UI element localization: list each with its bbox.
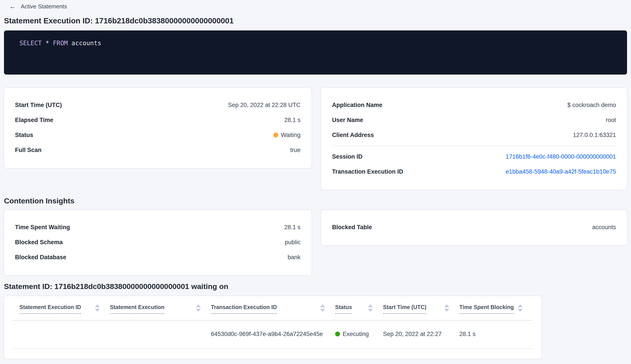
client-address-value: 127.0.0.1:63321 — [573, 131, 616, 139]
sort-icon — [368, 304, 373, 312]
full-scan-label: Full Scan — [15, 146, 42, 154]
kv-row-application-name: Application Name $ cockroach demo — [332, 98, 616, 112]
arrow-left-icon: ← — [9, 3, 16, 10]
sort-icon — [518, 304, 523, 312]
sql-star: * — [46, 40, 49, 47]
sort-icon — [196, 304, 201, 312]
kv-row-full-scan: Full Scan true — [15, 142, 300, 158]
sql-table-name: accounts — [72, 40, 101, 47]
blocked-table-label: Blocked Table — [332, 224, 372, 231]
table-header-row: Statement Execution ID Statement Executi… — [13, 304, 533, 320]
kv-row-session-id: Session ID 1716b1f6-4e0c-f480-0000-00000… — [332, 149, 616, 164]
contention-cards-row: Time Spent Waiting 28.1 s Blocked Schema… — [4, 210, 627, 275]
kv-row-user-name: User Name root — [332, 112, 616, 128]
status-value: Waiting — [273, 131, 300, 139]
time-spent-waiting-label: Time Spent Waiting — [15, 224, 70, 231]
kv-row-blocked-database: Blocked Database bank — [15, 250, 300, 265]
status-waiting-dot-icon — [273, 132, 278, 138]
column-header-label: Start Time (UTC) — [383, 304, 426, 314]
sql-keyword-select: SELECT — [20, 40, 42, 47]
cell-start-time: Sep 20, 2022 at 22:27 — [383, 331, 459, 338]
kv-row-blocked-schema: Blocked Schema public — [15, 235, 300, 250]
blocked-schema-value: public — [285, 238, 300, 246]
application-name-label: Application Name — [332, 101, 382, 109]
client-address-label: Client Address — [332, 131, 374, 139]
blocked-database-label: Blocked Database — [15, 254, 66, 261]
application-name-value: $ cockroach demo — [567, 101, 616, 109]
cell-time-spent-blocking: 28.1 s — [459, 331, 533, 338]
kv-row-client-address: Client Address 127.0.0.1:63321 — [332, 128, 616, 142]
sql-statement-line: SELECT * FROM accounts — [20, 39, 612, 47]
column-header-transaction-execution-id[interactable]: Transaction Execution ID — [211, 304, 335, 314]
page-title: Statement Execution ID: 1716b218dc0b3838… — [4, 16, 627, 26]
table-row: 64530d0c-969f-437e-a9b4-26a72245e45e Exe… — [13, 320, 533, 349]
start-time-value: Sep 20, 2022 at 22:28 UTC — [228, 101, 300, 109]
cell-status: Executing — [335, 331, 383, 338]
elapsed-time-label: Elapsed Time — [15, 116, 54, 124]
kv-row-elapsed-time: Elapsed Time 28.1 s — [15, 112, 300, 128]
column-header-label: Statement Execution ID — [20, 304, 81, 314]
column-header-start-time[interactable]: Start Time (UTC) — [383, 304, 459, 314]
blocked-schema-label: Blocked Schema — [15, 238, 63, 246]
column-header-label: Statement Execution — [110, 304, 164, 314]
column-header-status[interactable]: Status — [335, 304, 383, 314]
column-header-statement-execution[interactable]: Statement Execution — [110, 304, 211, 314]
column-header-label: Status — [335, 304, 352, 314]
column-header-label: Time Spent Blocking — [459, 304, 514, 314]
breadcrumb-active-statements[interactable]: ← Active Statements — [0, 0, 67, 10]
status-text: Waiting — [281, 132, 300, 138]
breadcrumb-label: Active Statements — [21, 3, 67, 10]
sql-keyword-from: FROM — [53, 40, 68, 47]
cell-transaction-execution-id: 64530d0c-969f-437e-a9b4-26a72245e45e — [211, 331, 335, 338]
session-id-link[interactable]: 1716b1f6-4e0c-f480-0000-000000000001 — [506, 153, 616, 160]
session-details-card: Application Name $ cockroach demo User N… — [321, 88, 627, 190]
transaction-execution-id-label: Transaction Execution ID — [332, 168, 403, 176]
overview-cards-row: Start Time (UTC) Sep 20, 2022 at 22:28 U… — [4, 88, 627, 190]
kv-row-transaction-execution-id: Transaction Execution ID e1bba458-5948-4… — [332, 164, 616, 179]
contention-insights-heading: Contention Insights — [4, 196, 627, 206]
status-executing-dot-icon — [335, 332, 340, 336]
waiting-statements-table-card: Statement Execution ID Statement Executi… — [4, 296, 542, 359]
user-name-label: User Name — [332, 116, 363, 124]
session-id-label: Session ID — [332, 153, 362, 160]
sql-statement-box: SELECT * FROM accounts — [4, 30, 627, 74]
transaction-execution-id-link[interactable]: e1bba458-5948-40a9-a42f-5feac1b10e75 — [506, 168, 616, 176]
status-label: Status — [15, 131, 33, 139]
sort-icon — [444, 304, 449, 312]
blocked-table-value: accounts — [592, 224, 616, 231]
kv-row-status: Status Waiting — [15, 128, 300, 142]
start-time-label: Start Time (UTC) — [15, 101, 62, 109]
sort-icon — [95, 304, 100, 312]
kv-row-blocked-table: Blocked Table accounts — [332, 220, 616, 235]
user-name-value: root — [606, 116, 616, 124]
sort-icon — [320, 304, 325, 312]
column-header-time-spent-blocking[interactable]: Time Spent Blocking — [459, 304, 533, 314]
card-divider — [332, 146, 616, 146]
contention-right-card: Blocked Table accounts — [321, 210, 627, 245]
time-spent-waiting-value: 28.1 s — [284, 224, 300, 231]
waiting-on-heading: Statement ID: 1716b218dc0b38380000000000… — [4, 282, 627, 291]
column-header-label: Transaction Execution ID — [211, 304, 277, 314]
kv-row-start-time: Start Time (UTC) Sep 20, 2022 at 22:28 U… — [15, 98, 300, 112]
contention-left-card: Time Spent Waiting 28.1 s Blocked Schema… — [4, 210, 312, 275]
kv-row-time-spent-waiting: Time Spent Waiting 28.1 s — [15, 220, 300, 235]
cell-status-text: Executing — [343, 331, 369, 337]
statement-overview-card: Start Time (UTC) Sep 20, 2022 at 22:28 U… — [4, 88, 312, 168]
full-scan-value: true — [290, 146, 300, 154]
elapsed-time-value: 28.1 s — [284, 116, 300, 124]
column-header-statement-execution-id[interactable]: Statement Execution ID — [13, 304, 110, 314]
blocked-database-value: bank — [288, 254, 300, 261]
